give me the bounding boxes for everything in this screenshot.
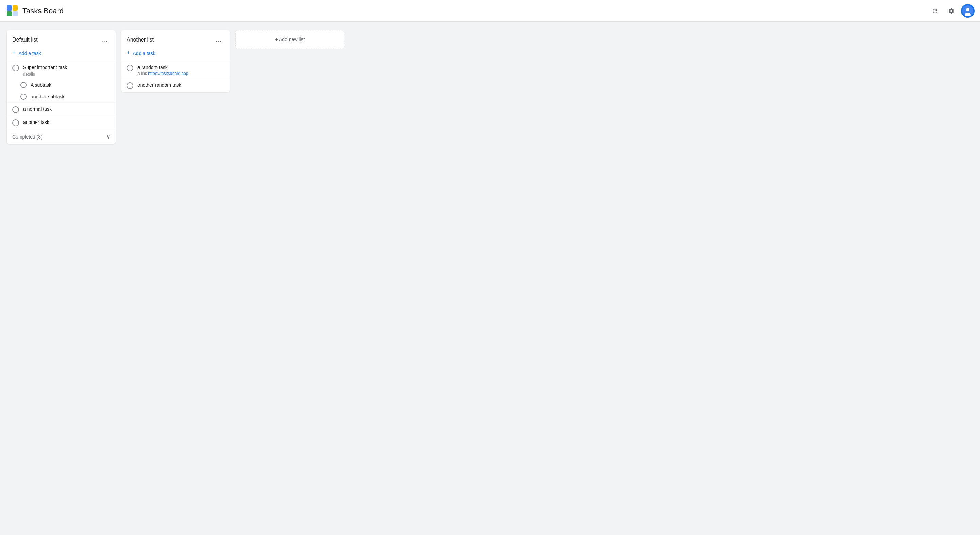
task-checkbox-4[interactable] xyxy=(127,65,134,72)
card-header-default: Default list ... xyxy=(7,30,116,47)
main-content: Default list ... + Add a task Super impo… xyxy=(0,22,980,152)
task-title-1: Super important task xyxy=(23,64,110,71)
task-content-1: Super important task details xyxy=(23,64,110,76)
refresh-button[interactable] xyxy=(928,4,942,18)
add-task-label-default: Add a task xyxy=(19,51,41,56)
task-checkbox-3[interactable] xyxy=(12,119,19,126)
list-more-options-default[interactable]: ... xyxy=(99,35,110,44)
app-logo-icon xyxy=(5,4,19,18)
list-title-another: Another list xyxy=(127,37,154,43)
settings-button[interactable] xyxy=(945,4,958,18)
subtask-title-1: A subtask xyxy=(30,82,110,88)
subtask-item-1[interactable]: A subtask xyxy=(7,79,116,91)
list-card-default: Default list ... + Add a task Super impo… xyxy=(7,30,116,144)
app-title: Tasks Board xyxy=(22,6,64,15)
account-button[interactable] xyxy=(961,4,975,18)
task-detail-1: details xyxy=(23,72,110,76)
task-title-3: another task xyxy=(23,119,110,126)
task-content-4: a random task a link https://tasksboard.… xyxy=(137,64,224,76)
svg-point-6 xyxy=(966,8,969,11)
subtask-title-2: another subtask xyxy=(30,94,102,99)
account-circle-icon xyxy=(962,5,973,16)
task-title-2: a normal task xyxy=(23,105,110,113)
completed-section-default[interactable]: Completed (3) ∨ xyxy=(7,129,116,144)
task-link-url-4[interactable]: https://tasksboard.app xyxy=(148,71,188,76)
task-item-another-random[interactable]: another random task xyxy=(121,79,230,92)
task-item-another[interactable]: another task xyxy=(7,116,116,129)
chevron-down-icon-completed: ∨ xyxy=(106,134,110,140)
task-item-super-important[interactable]: Super important task details xyxy=(7,61,116,79)
task-checkbox-5[interactable] xyxy=(127,82,134,89)
plus-icon-default: + xyxy=(12,50,16,57)
svg-rect-1 xyxy=(7,5,12,11)
header-actions xyxy=(928,4,975,18)
gear-icon xyxy=(948,8,955,14)
task-checkbox-1[interactable] xyxy=(12,65,19,72)
task-content-5: another random task xyxy=(137,82,224,89)
task-link-text-4: a link xyxy=(137,71,147,76)
card-header-another: Another list ... xyxy=(121,30,230,47)
svg-rect-3 xyxy=(7,11,12,16)
svg-rect-2 xyxy=(13,5,18,11)
subtask-checkbox-1[interactable] xyxy=(21,82,27,88)
task-title-4: a random task xyxy=(137,64,224,71)
add-task-label-another: Add a task xyxy=(133,51,156,56)
add-task-default[interactable]: + Add a task xyxy=(7,47,116,61)
list-title-default: Default list xyxy=(12,37,38,43)
plus-icon-another: + xyxy=(127,50,130,57)
svg-rect-4 xyxy=(13,11,18,16)
task-item-normal[interactable]: a normal task xyxy=(7,102,116,116)
completed-label-default: Completed (3) xyxy=(12,134,43,140)
add-new-list-button[interactable]: + Add new list xyxy=(235,30,344,49)
list-more-options-another[interactable]: ... xyxy=(213,35,224,44)
subtask-checkbox-2[interactable] xyxy=(21,94,27,100)
add-new-list-label: + Add new list xyxy=(275,37,305,42)
task-title-5: another random task xyxy=(137,82,224,89)
task-checkbox-2[interactable] xyxy=(12,106,19,113)
logo-area: Tasks Board xyxy=(5,4,64,18)
task-link-4: a link https://tasksboard.app xyxy=(137,71,224,76)
header: Tasks Board xyxy=(0,0,980,22)
task-item-random[interactable]: a random task a link https://tasksboard.… xyxy=(121,61,230,79)
task-content-3: another task xyxy=(23,119,110,126)
subtask-item-2[interactable]: another subtask ✎ xyxy=(7,91,116,102)
list-card-another: Another list ... + Add a task a random t… xyxy=(121,30,230,92)
task-content-2: a normal task xyxy=(23,105,110,113)
add-task-another[interactable]: + Add a task xyxy=(121,47,230,61)
refresh-icon xyxy=(932,8,939,14)
